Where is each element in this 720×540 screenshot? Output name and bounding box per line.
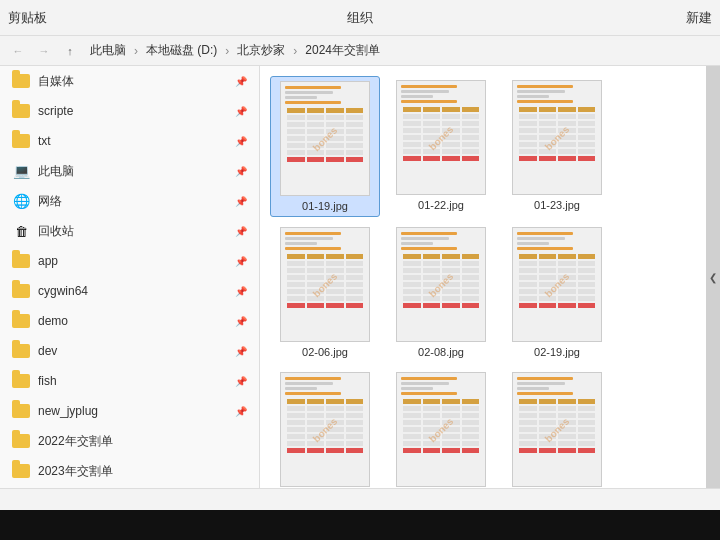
breadcrumb-pc[interactable]: 此电脑 xyxy=(86,40,130,61)
thumb-cell xyxy=(442,427,460,432)
sidebar: 自媒体📌scripte📌txt📌💻此电脑📌🌐网络📌🗑回收站📌app📌cygwin… xyxy=(0,66,260,488)
file-item[interactable]: bones02-19.jpg xyxy=(502,223,612,362)
sidebar-item-自媒体[interactable]: 自媒体📌 xyxy=(0,66,259,96)
sidebar-item-网络[interactable]: 🌐网络📌 xyxy=(0,186,259,216)
thumb-cell xyxy=(346,129,364,134)
thumb-row xyxy=(519,303,595,308)
thumb-line xyxy=(517,232,573,235)
thumb-cell xyxy=(423,107,441,112)
thumb-row xyxy=(403,107,479,112)
thumb-cell xyxy=(326,296,344,301)
thumb-cell xyxy=(558,434,576,439)
file-item[interactable]: bones02-06.jpg xyxy=(270,223,380,362)
file-thumbnail: bones xyxy=(396,372,486,487)
sidebar-item-dev[interactable]: dev📌 xyxy=(0,336,259,366)
file-item[interactable]: bones01-19.jpg xyxy=(270,76,380,217)
thumb-cell xyxy=(519,448,537,453)
thumb-content: bones xyxy=(281,82,369,195)
thumb-row xyxy=(287,434,363,439)
thumb-row xyxy=(403,296,479,301)
pin-icon: 📌 xyxy=(235,286,247,297)
file-thumbnail: bones xyxy=(512,227,602,342)
thumb-cell xyxy=(462,413,480,418)
breadcrumb-disk[interactable]: 本地磁盘 (D:) xyxy=(142,40,221,61)
thumb-cell xyxy=(423,121,441,126)
thumb-cell xyxy=(462,261,480,266)
file-item[interactable]: bones03-05.jpg xyxy=(386,368,496,488)
sidebar-label: cygwin64 xyxy=(38,284,227,298)
thumb-cell xyxy=(287,448,305,453)
thumb-cell xyxy=(423,282,441,287)
thumb-cell xyxy=(287,441,305,446)
thumb-table xyxy=(517,105,597,190)
thumb-cell xyxy=(346,413,364,418)
file-item[interactable]: bones01-23.jpg xyxy=(502,76,612,217)
thumb-cell xyxy=(558,420,576,425)
file-item[interactable]: bones02-08.jpg xyxy=(386,223,496,362)
file-item[interactable]: bones03-06.jpg xyxy=(502,368,612,488)
sidebar-item-demo[interactable]: demo📌 xyxy=(0,306,259,336)
thumb-content: bones xyxy=(281,228,369,341)
thumb-cell xyxy=(326,289,344,294)
thumb-row xyxy=(403,406,479,411)
thumb-row xyxy=(287,420,363,425)
sidebar-item-txt[interactable]: txt📌 xyxy=(0,126,259,156)
thumb-cell xyxy=(403,135,421,140)
network-icon: 🌐 xyxy=(12,194,30,208)
thumb-cell xyxy=(519,399,537,404)
recycle-icon: 🗑 xyxy=(12,224,30,238)
file-item[interactable]: bones01-22.jpg xyxy=(386,76,496,217)
sidebar-item-new_jyplug[interactable]: new_jyplug📌 xyxy=(0,396,259,426)
thumb-cell xyxy=(519,268,537,273)
thumb-row xyxy=(403,427,479,432)
thumb-row xyxy=(519,261,595,266)
thumb-row xyxy=(519,149,595,154)
thumb-row xyxy=(287,303,363,308)
collapse-arrow[interactable]: ❮ xyxy=(706,66,720,488)
breadcrumb-sep-2: › xyxy=(225,44,229,58)
thumb-cell xyxy=(539,289,557,294)
sidebar-item-2022年交割单[interactable]: 2022年交割单 xyxy=(0,426,259,456)
thumb-cell xyxy=(403,254,421,259)
thumb-cell xyxy=(326,108,344,113)
thumb-cell xyxy=(307,122,325,127)
pin-icon: 📌 xyxy=(235,316,247,327)
sidebar-item-scripte[interactable]: scripte📌 xyxy=(0,96,259,126)
thumb-cell xyxy=(578,420,596,425)
thumb-cell xyxy=(307,268,325,273)
breadcrumb-folder[interactable]: 北京炒家 xyxy=(233,40,289,61)
thumb-cell xyxy=(403,128,421,133)
back-button[interactable]: ← xyxy=(8,41,28,61)
up-button[interactable]: ↑ xyxy=(60,41,80,61)
sidebar-item-app[interactable]: app📌 xyxy=(0,246,259,276)
thumb-row xyxy=(287,282,363,287)
thumb-cell xyxy=(423,254,441,259)
sidebar-item-2023年交割单[interactable]: 2023年交割单 xyxy=(0,456,259,486)
breadcrumb-subfolder[interactable]: 2024年交割单 xyxy=(301,40,384,61)
thumb-cell xyxy=(346,303,364,308)
sidebar-item-回收站[interactable]: 🗑回收站📌 xyxy=(0,216,259,246)
thumb-cell xyxy=(326,129,344,134)
forward-button[interactable]: → xyxy=(34,41,54,61)
file-name: 02-19.jpg xyxy=(534,346,580,358)
thumb-cell xyxy=(346,108,364,113)
thumb-content: bones xyxy=(513,228,601,341)
thumb-line xyxy=(285,377,341,380)
thumb-row xyxy=(287,289,363,294)
sidebar-item-fish[interactable]: fish📌 xyxy=(0,366,259,396)
thumb-cell xyxy=(403,296,421,301)
thumb-line xyxy=(285,86,341,89)
file-item[interactable]: bones03-04.jpg xyxy=(270,368,380,488)
file-area[interactable]: bones01-19.jpgbones01-22.jpgbones01-23.j… xyxy=(260,66,706,488)
toolbar: 剪贴板 组织 新建 xyxy=(0,0,720,36)
thumb-cell xyxy=(558,128,576,133)
thumb-row xyxy=(403,434,479,439)
sidebar-item-此电脑[interactable]: 💻此电脑📌 xyxy=(0,156,259,186)
thumb-cell xyxy=(307,296,325,301)
thumb-row xyxy=(519,406,595,411)
thumb-line xyxy=(517,85,573,88)
sidebar-item-cygwin64[interactable]: cygwin64📌 xyxy=(0,276,259,306)
folder-icon xyxy=(12,314,30,328)
thumb-cell xyxy=(346,289,364,294)
thumb-line xyxy=(401,85,457,88)
